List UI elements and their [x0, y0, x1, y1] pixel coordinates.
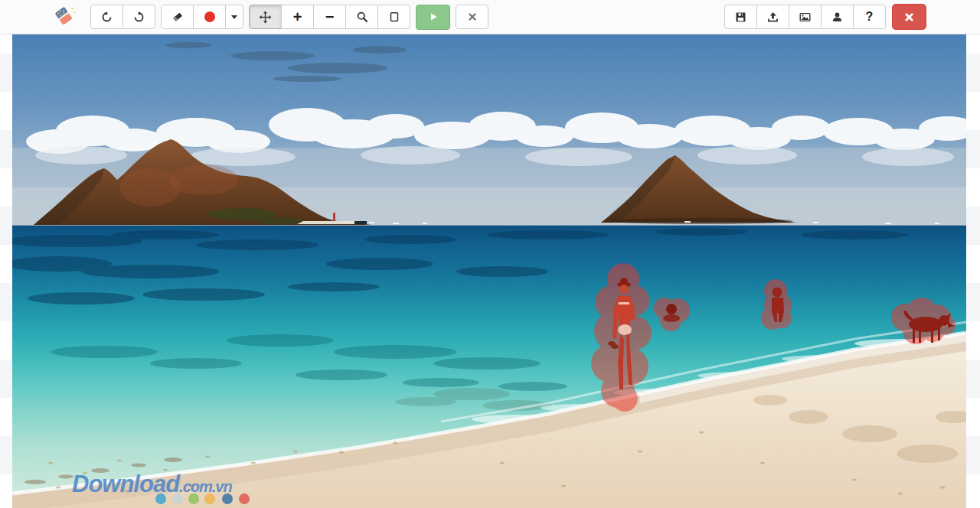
move-tool-icon	[259, 11, 272, 24]
watermark-suffix: .com.vn	[179, 478, 232, 495]
dropdown-caret-icon	[230, 14, 238, 20]
watermark-dot-5	[239, 493, 250, 504]
marker-group	[161, 5, 243, 29]
redo-icon	[132, 11, 145, 24]
user-icon	[831, 11, 844, 24]
history-group	[90, 5, 155, 29]
photo-canvas[interactable]: Download.com.vn	[12, 34, 966, 508]
upload-button[interactable]	[756, 5, 789, 29]
close-button[interactable]	[892, 4, 926, 30]
image-button[interactable]	[789, 5, 822, 29]
move-tool-button[interactable]	[249, 5, 282, 29]
cancel-button[interactable]	[456, 5, 488, 29]
watermark-dot-4	[222, 493, 233, 504]
image-icon	[799, 11, 812, 24]
toolbar: + −	[0, 0, 980, 34]
workspace: Download.com.vn	[0, 34, 980, 508]
zoom-out-button[interactable]: −	[313, 5, 346, 29]
help-button[interactable]: ?	[853, 5, 886, 29]
eraser-tool-button[interactable]	[161, 5, 194, 29]
zoom-in-glyph: +	[293, 9, 302, 24]
watermark-dot-2	[188, 493, 199, 504]
close-x-icon	[903, 11, 915, 23]
fit-screen-button[interactable]	[377, 5, 410, 29]
run-button[interactable]	[416, 5, 450, 30]
watermark-dot-1	[172, 493, 183, 504]
swimmer-silhouette	[666, 304, 677, 314]
view-group: + −	[249, 5, 410, 29]
zoom-in-button[interactable]: +	[281, 5, 314, 29]
undo-icon	[100, 11, 113, 24]
fit-screen-icon	[388, 11, 400, 23]
watermark-dot-3	[204, 493, 215, 504]
eraser-tool-icon	[172, 11, 184, 23]
watermark-dot-0	[155, 493, 166, 504]
eraser-sparkles-icon	[51, 5, 77, 29]
run-play-icon	[428, 11, 439, 22]
save-button[interactable]	[724, 5, 757, 29]
redo-button[interactable]	[122, 5, 155, 29]
toolbar-right: ?	[719, 4, 980, 30]
save-icon	[734, 11, 747, 24]
cancel-x-icon	[467, 11, 478, 22]
magnifier-button[interactable]	[345, 5, 378, 29]
undo-button[interactable]	[90, 5, 123, 29]
magnifier-icon	[356, 11, 368, 23]
file-group: ?	[724, 5, 886, 29]
marker-color-button[interactable]	[193, 5, 226, 29]
marker-color-red-dot-icon	[204, 11, 216, 23]
user-button[interactable]	[821, 5, 854, 29]
help-glyph: ?	[866, 11, 874, 23]
watermark-brand: Download	[72, 471, 181, 497]
upload-icon	[766, 11, 779, 24]
marker-size-dropdown-button[interactable]	[225, 5, 243, 29]
zoom-out-glyph: −	[325, 9, 335, 24]
app-logo	[51, 4, 78, 30]
